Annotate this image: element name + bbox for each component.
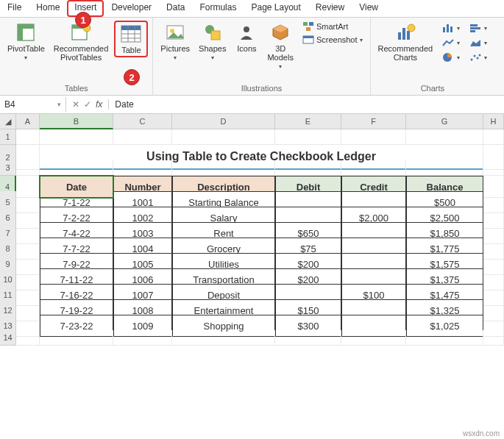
cell-E1[interactable] bbox=[275, 129, 341, 145]
svg-rect-27 bbox=[447, 24, 449, 32]
pictures-label: Pictures bbox=[160, 44, 190, 53]
col-head-D[interactable]: D bbox=[172, 114, 275, 129]
col-head-B[interactable]: B bbox=[40, 114, 113, 129]
svg-rect-15 bbox=[211, 31, 220, 40]
chart-type-area-button[interactable]: ▾ bbox=[466, 37, 490, 49]
pictures-button[interactable]: Pictures ▾ bbox=[157, 21, 193, 63]
menu-home[interactable]: Home bbox=[29, 0, 67, 17]
cell-C14[interactable] bbox=[113, 330, 172, 346]
cell-C3[interactable] bbox=[113, 160, 172, 176]
chevron-down-icon: ▾ bbox=[457, 40, 460, 46]
cell-H3[interactable] bbox=[483, 160, 504, 176]
cell-A3[interactable] bbox=[16, 160, 40, 176]
svg-point-33 bbox=[471, 59, 473, 61]
accept-formula-button[interactable]: ✓ bbox=[84, 99, 91, 110]
formula-bar: B4 ▾ ✕ ✓ fx Date bbox=[0, 96, 504, 114]
ribbon-group-illustrations: Pictures ▾ Shapes ▾ Icons 3D Models ▾ S bbox=[153, 18, 370, 95]
chart-type-column-button[interactable]: ▾ bbox=[439, 22, 463, 34]
cell-E14[interactable] bbox=[275, 330, 341, 346]
chevron-down-icon: ▾ bbox=[457, 25, 460, 32]
table-button[interactable]: Table bbox=[114, 21, 148, 57]
cell-A14[interactable] bbox=[16, 330, 40, 346]
select-all-corner[interactable]: ◢ bbox=[0, 114, 16, 129]
screenshot-icon bbox=[302, 35, 314, 45]
cell-D3[interactable] bbox=[172, 160, 275, 176]
cell-G14[interactable] bbox=[406, 330, 483, 346]
cell-B14[interactable] bbox=[40, 330, 113, 346]
row-head-1[interactable]: 1 bbox=[0, 129, 16, 145]
menu-data[interactable]: Data bbox=[159, 0, 192, 17]
cell-F14[interactable] bbox=[341, 330, 406, 346]
cell-D14[interactable] bbox=[172, 330, 275, 346]
3d-models-icon bbox=[270, 22, 291, 43]
chevron-down-icon: ▾ bbox=[57, 101, 61, 108]
col-head-G[interactable]: G bbox=[406, 114, 483, 129]
recommended-charts-button[interactable]: Recommended Charts bbox=[375, 21, 436, 63]
cell-B1[interactable] bbox=[40, 129, 113, 145]
col-head-E[interactable]: E bbox=[275, 114, 341, 129]
svg-rect-22 bbox=[398, 32, 401, 40]
chevron-down-icon: ▾ bbox=[457, 54, 460, 61]
pivottable-icon bbox=[15, 22, 36, 43]
pivottable-label: PivotTable bbox=[7, 44, 45, 53]
icons-button[interactable]: Icons bbox=[232, 21, 261, 54]
chart-type-scatter-button[interactable]: ▾ bbox=[466, 51, 490, 63]
spreadsheet-grid[interactable]: ◢ABCDEFGH12Using Table to Create Checkbo… bbox=[0, 114, 504, 346]
chevron-down-icon: ▾ bbox=[360, 37, 363, 43]
svg-rect-30 bbox=[470, 24, 478, 26]
col-head-A[interactable]: A bbox=[16, 114, 40, 129]
cell-F1[interactable] bbox=[341, 129, 406, 145]
cell-F3[interactable] bbox=[341, 160, 406, 176]
pie-chart-icon bbox=[441, 52, 455, 63]
chart-type-pie-button[interactable]: ▾ bbox=[439, 51, 463, 63]
chart-type-bar-button[interactable]: ▾ bbox=[466, 22, 490, 34]
line-chart-icon bbox=[441, 38, 455, 48]
name-box-value: B4 bbox=[4, 99, 15, 110]
svg-point-35 bbox=[477, 57, 479, 60]
col-head-F[interactable]: F bbox=[341, 114, 406, 129]
row-head-14[interactable]: 14 bbox=[0, 330, 16, 346]
formula-input[interactable]: Date bbox=[109, 97, 504, 112]
cell-H1[interactable] bbox=[483, 129, 504, 145]
col-head-H[interactable]: H bbox=[483, 114, 504, 129]
cancel-formula-button[interactable]: ✕ bbox=[72, 99, 79, 110]
chevron-down-icon: ▾ bbox=[484, 40, 487, 46]
cell-D1[interactable] bbox=[172, 129, 275, 145]
pivottable-button[interactable]: PivotTable ▾ bbox=[4, 21, 48, 63]
svg-rect-7 bbox=[121, 26, 141, 30]
watermark: wsxdn.com bbox=[463, 429, 500, 438]
svg-point-25 bbox=[408, 24, 415, 32]
cell-G1[interactable] bbox=[406, 129, 483, 145]
svg-rect-23 bbox=[402, 28, 405, 40]
cell-G3[interactable] bbox=[406, 160, 483, 176]
shapes-icon bbox=[202, 22, 223, 43]
cell-C1[interactable] bbox=[113, 129, 172, 145]
smartart-button[interactable]: SmartArt bbox=[299, 21, 366, 32]
cell-E3[interactable] bbox=[275, 160, 341, 176]
svg-rect-18 bbox=[309, 22, 313, 26]
name-box[interactable]: B4 ▾ bbox=[0, 97, 66, 112]
fx-button[interactable]: fx bbox=[96, 99, 102, 110]
menu-review[interactable]: Review bbox=[308, 0, 352, 17]
menu-page-layout[interactable]: Page Layout bbox=[244, 0, 308, 17]
svg-point-34 bbox=[474, 55, 476, 57]
menu-developer[interactable]: Developer bbox=[104, 0, 159, 17]
area-chart-icon bbox=[469, 38, 482, 48]
svg-rect-32 bbox=[470, 30, 475, 32]
shapes-button[interactable]: Shapes ▾ bbox=[196, 21, 229, 63]
col-head-C[interactable]: C bbox=[113, 114, 172, 129]
screenshot-button[interactable]: Screenshot ▾ bbox=[299, 34, 366, 46]
ribbon: PivotTable ▾ Recommended PivotTables Tab… bbox=[0, 18, 504, 96]
3d-models-button[interactable]: 3D Models ▾ bbox=[264, 21, 296, 71]
cell-B3[interactable] bbox=[40, 160, 113, 176]
recommended-charts-label: Recommended Charts bbox=[378, 44, 433, 62]
chevron-down-icon: ▾ bbox=[484, 25, 487, 32]
callout-badge-1: 1 bbox=[75, 12, 91, 28]
chart-type-line-button[interactable]: ▾ bbox=[439, 37, 463, 49]
menu-formulas[interactable]: Formulas bbox=[192, 0, 244, 17]
cell-H14[interactable] bbox=[483, 330, 504, 346]
menu-file[interactable]: File bbox=[0, 0, 29, 17]
menu-view[interactable]: View bbox=[352, 0, 386, 17]
cell-A1[interactable] bbox=[16, 129, 40, 145]
row-head-3[interactable]: 3 bbox=[0, 160, 16, 176]
